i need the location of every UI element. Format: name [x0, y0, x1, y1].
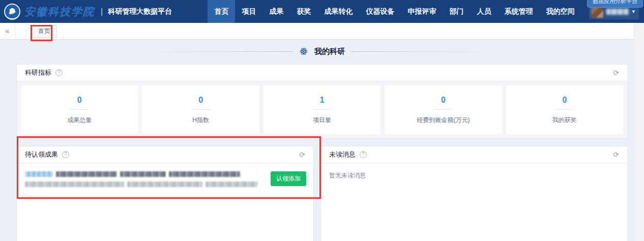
nav-item-transformation[interactable]: 成果转化 [317, 0, 359, 23]
redacted-text [120, 171, 166, 177]
redacted-text [169, 171, 240, 177]
stat-card-h-index: 0 H指数 [142, 85, 259, 134]
metrics-cards: 0 成果总量 0 H指数 1 项目量 0 经费到账金额(万元) [17, 81, 627, 138]
redacted-text [127, 182, 202, 187]
refresh-icon[interactable]: ⟳ [299, 150, 305, 159]
stat-card-total-achievements: 0 成果总量 [21, 85, 138, 134]
stat-divider [70, 109, 89, 110]
school-logo-icon [4, 4, 20, 20]
redacted-text [25, 182, 124, 187]
platform-title: 科研管理大数据平台 [108, 7, 172, 16]
metrics-panel-title: 科研指标 [25, 68, 51, 77]
nav-item-review[interactable]: 申报评审 [401, 0, 443, 23]
nav-item-instruments[interactable]: 仪器设备 [359, 0, 401, 23]
brand: 安徽科技学院 | 科研管理大数据平台 [4, 4, 172, 20]
nav-item-my-space[interactable]: 我的空间 [539, 0, 581, 23]
stat-divider [192, 109, 210, 110]
claims-panel-title: 待认领成果 [25, 150, 58, 159]
claim-list-item: 认领添加 [17, 163, 313, 199]
stat-divider [434, 109, 452, 110]
nav-item-personnel[interactable]: 人员 [470, 0, 497, 23]
claim-add-button[interactable]: 认领添加 [271, 171, 306, 186]
divider-line [351, 51, 504, 52]
nav-item-awards[interactable]: 获奖 [290, 0, 317, 23]
school-name: 安徽科技学院 [24, 5, 95, 19]
stat-label: 项目量 [313, 116, 331, 125]
nav-item-projects[interactable]: 项目 [235, 0, 262, 23]
data-analysis-platform-badge[interactable]: 数据应用分析平台 [587, 0, 643, 8]
section-header: 我的科研 [0, 45, 644, 58]
metrics-panel: 科研指标 ? ⟳ 0 成果总量 0 H指数 1 项目量 [16, 64, 628, 139]
stat-card-my-awards: 0 我的获奖 [506, 85, 623, 134]
stat-divider [555, 109, 574, 110]
claim-title-redacted [25, 171, 257, 177]
stat-label: H指数 [192, 116, 209, 125]
nav-item-departments[interactable]: 部门 [443, 0, 470, 23]
help-icon[interactable]: ? [62, 151, 69, 158]
divider-line [140, 51, 293, 52]
stat-card-projects: 1 项目量 [264, 85, 380, 134]
stat-value: 0 [77, 96, 82, 105]
refresh-icon[interactable]: ⟳ [613, 69, 619, 77]
stat-value: 1 [320, 96, 325, 105]
section-title: 我的科研 [314, 47, 345, 56]
stat-card-funds-received: 0 经费到账金额(万元) [385, 85, 502, 134]
claim-subtitle-redacted [25, 182, 257, 187]
stat-label: 我的获奖 [552, 116, 577, 125]
main-nav: 首页 项目 成果 获奖 成果转化 仪器设备 申报评审 部门 人员 系统管理 我的… [208, 0, 581, 23]
tab-home[interactable]: 首页 [32, 25, 57, 38]
messages-empty-text: 暂无未读消息 [321, 163, 627, 188]
user-name-redacted [606, 9, 629, 15]
refresh-icon[interactable]: ⟳ [613, 150, 619, 159]
stat-value: 0 [441, 96, 446, 105]
messages-panel-title: 未读消息 [329, 150, 356, 159]
redacted-text [56, 171, 117, 177]
page: 安徽科技学院 | 科研管理大数据平台 首页 项目 成果 获奖 成果转化 仪器设备… [0, 0, 644, 241]
redacted-text [206, 182, 257, 187]
top-navbar: 安徽科技学院 | 科研管理大数据平台 首页 项目 成果 获奖 成果转化 仪器设备… [0, 0, 644, 23]
redacted-tag [25, 171, 53, 177]
metrics-panel-header: 科研指标 ? ⟳ [17, 65, 627, 81]
tab-bar: « 首页 [0, 23, 644, 40]
help-icon[interactable]: ? [360, 151, 367, 158]
brand-separator: | [101, 7, 103, 16]
collapse-sidebar-icon[interactable]: « [0, 23, 15, 40]
page-right-gutter [634, 23, 644, 241]
bottom-row: 待认领成果 ? ⟳ 认领添加 [16, 146, 628, 241]
stat-divider [313, 109, 331, 110]
help-icon[interactable]: ? [55, 69, 63, 76]
nav-item-achievements[interactable]: 成果 [262, 0, 290, 23]
chevron-down-icon: ▾ [632, 8, 635, 15]
claims-panel: 待认领成果 ? ⟳ 认领添加 [16, 146, 314, 241]
content-area: 我的科研 科研指标 ? ⟳ 0 成果总量 0 H指数 [0, 40, 644, 241]
stat-label: 成果总量 [67, 116, 92, 125]
stat-label: 经费到账金额(万元) [417, 116, 470, 125]
messages-panel: 未读消息 ? ⟳ 暂无未读消息 [320, 146, 628, 241]
messages-panel-header: 未读消息 ? ⟳ [321, 146, 627, 163]
atom-icon [299, 47, 308, 56]
nav-item-home[interactable]: 首页 [208, 0, 235, 23]
claims-panel-header: 待认领成果 ? ⟳ [17, 146, 313, 163]
stat-value: 0 [198, 96, 203, 105]
nav-item-system-admin[interactable]: 系统管理 [497, 0, 539, 23]
stat-value: 0 [562, 96, 567, 105]
